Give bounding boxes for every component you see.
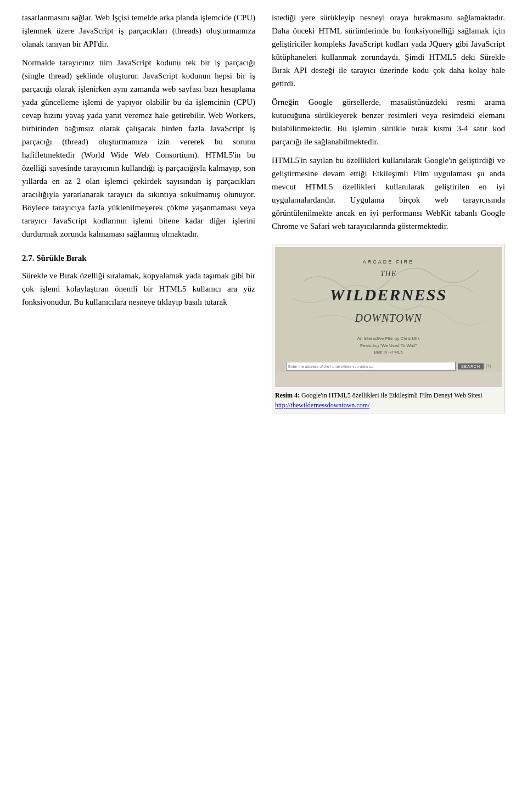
right-para-2: Örneğin Google görsellerde, masaüstünüzd…	[272, 96, 505, 148]
left-text-block: tasarlanmasını sağlar. Web İşçisi temeld…	[22, 11, 255, 240]
info-line2: Featuring "We Used To Wait"	[286, 343, 491, 350]
left-para-1: tasarlanmasını sağlar. Web İşçisi temeld…	[22, 11, 255, 51]
right-para-3: HTML5'in sayılan bu özellikleri kullanıl…	[272, 154, 505, 233]
page-number: [7]	[486, 363, 491, 370]
search-bar-row: SEARCH [7]	[286, 362, 491, 371]
image-container: ARCADE FIRE THE WILDERNESS DOWNTOWN An I…	[272, 244, 505, 413]
left-para-2: Normalde tarayıcınız tüm JavaScript kodu…	[22, 56, 255, 240]
column-left: tasarlanmasını sağlar. Web İşçisi temeld…	[22, 11, 255, 413]
info-line3: Built in HTML5	[286, 349, 491, 356]
caption-link[interactable]: http://thewildernessdowntown.com/	[275, 401, 369, 409]
section-heading-27: 2.7. Sürükle Bırak	[22, 251, 255, 265]
left-text-block-2: Sürekle ve Bırak özelliği sıralamak, kop…	[22, 269, 255, 309]
two-column-layout: tasarlanmasını sağlar. Web İşçisi temeld…	[22, 11, 505, 413]
title-line1: THE	[286, 268, 491, 280]
image-info: An Interactive Film by Chris Milk Featur…	[286, 335, 491, 356]
image-caption: Resim 4: Google'ın HTML5 özellikleri ile…	[275, 390, 502, 410]
caption-text: Google'ın HTML5 özellikleri ile Etkileşi…	[300, 391, 483, 399]
section-heading-text: 2.7. Sürükle Bırak	[22, 254, 87, 262]
page-container: tasarlanmasını sağlar. Web İşçisi temeld…	[0, 0, 527, 435]
arcade-fire-image: ARCADE FIRE THE WILDERNESS DOWNTOWN An I…	[275, 247, 502, 387]
column-right: istediği yere sürükleyip nesneyi oraya b…	[272, 11, 505, 413]
right-text-block: istediği yere sürükleyip nesneyi oraya b…	[272, 11, 505, 233]
right-para-1: istediği yere sürükleyip nesneyi oraya b…	[272, 11, 505, 90]
caption-bold: Resim 4:	[275, 391, 300, 399]
title-line2: WILDERNESS	[286, 282, 491, 308]
info-line1: An Interactive Film by Chris Milk	[286, 335, 491, 343]
search-button[interactable]: SEARCH	[458, 363, 484, 369]
title-line3: DOWNTOWN	[286, 309, 491, 327]
left-para-3: Sürekle ve Bırak özelliği sıralamak, kop…	[22, 269, 255, 309]
band-name: ARCADE FIRE	[286, 258, 491, 266]
address-input[interactable]	[286, 362, 456, 371]
